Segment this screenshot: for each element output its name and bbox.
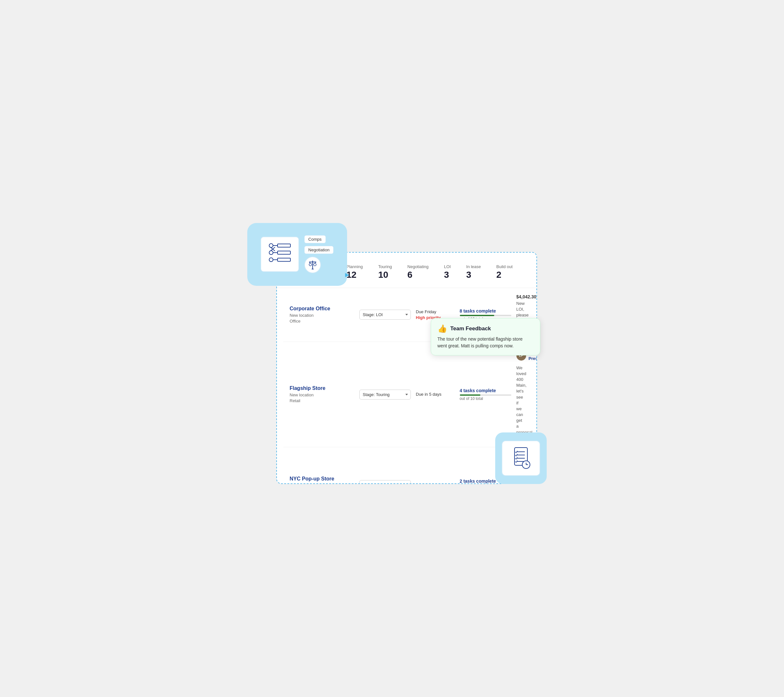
- deal-sub2-0: Office: [290, 318, 354, 324]
- deal-info-1: Flagship Store New location Retail: [290, 385, 354, 404]
- stats-row: Planning 12 Touring 10 Negotiating 6 LOI…: [346, 263, 512, 280]
- stat-planning-label: Planning: [346, 264, 363, 269]
- deal-sub1-1: New location: [290, 392, 354, 398]
- stat-inlease: In lease 3: [466, 264, 481, 280]
- stat-buildout-label: Build out: [496, 264, 513, 269]
- thumbs-up-icon: 👍: [438, 324, 447, 333]
- svg-rect-0: [278, 244, 290, 247]
- stat-loi: LOI 3: [444, 264, 451, 280]
- deal-name-2: NYC Pop-up Store: [290, 476, 354, 482]
- stat-negotiating: Negotiating 6: [407, 264, 428, 280]
- svg-point-4: [269, 251, 273, 254]
- svg-rect-1: [278, 251, 290, 254]
- deal-sub2-1: Retail: [290, 398, 354, 404]
- deal-stage-0[interactable]: Stage: LOI: [359, 310, 411, 320]
- icon-card-pills: Comps Negotiation: [304, 235, 334, 273]
- tasks-complete-1: 4 tasks complete: [460, 388, 511, 393]
- tasks-total-1: out of 10 total: [460, 396, 511, 401]
- deal-sub1-0: New location: [290, 312, 354, 318]
- progress-fill-1: [460, 395, 480, 396]
- deal-name-0: Corporate Office: [290, 306, 354, 312]
- deal-stage-1[interactable]: Stage: Touring: [359, 390, 411, 400]
- stat-touring-value: 10: [378, 270, 388, 280]
- stat-buildout-value: 2: [496, 270, 502, 280]
- feedback-tooltip: 👍 Team Feedback The tour of the new pote…: [431, 318, 540, 355]
- deal-due-2: Due in 10 days: [416, 482, 455, 484]
- svg-rect-2: [278, 258, 290, 261]
- stat-loi-value: 3: [444, 270, 449, 280]
- scene: Comps Negotiation ► Deals: [247, 223, 537, 474]
- progress-fill-0: [460, 315, 494, 316]
- deal-tasks-1: 4 tasks complete out of 10 total: [460, 388, 511, 401]
- deal-activity-1: LP Leah Prescott 1 day ago We loved 400 …: [516, 348, 524, 441]
- stage-select-1[interactable]: Stage: Touring: [359, 390, 411, 400]
- deal-info-2: NYC Pop-up Store New location Retail: [290, 476, 354, 484]
- negotiation-pill: Negotiation: [304, 246, 334, 254]
- stat-touring-label: Touring: [378, 264, 392, 269]
- activity-text-1: We loved 400 Main, let's see if we can g…: [516, 365, 524, 441]
- checklist-card: [495, 433, 547, 484]
- stat-loi-label: LOI: [444, 264, 451, 269]
- deal-name-1: Flagship Store: [290, 385, 354, 391]
- arrow-icon: ►: [344, 271, 351, 279]
- stat-inlease-label: In lease: [466, 264, 481, 269]
- stat-negotiating-value: 6: [407, 270, 412, 280]
- icon-card: Comps Negotiation: [247, 223, 347, 286]
- deal-info-0: Corporate Office New location Office: [290, 306, 354, 324]
- table-row: NYC Pop-up Store New location Retail Sta…: [283, 447, 530, 484]
- deal-sub1-2: New location: [290, 483, 354, 484]
- svg-point-13: [309, 263, 312, 266]
- scale-icon: [304, 256, 321, 273]
- stage-select-0[interactable]: Stage: LOI: [359, 310, 411, 320]
- stat-negotiating-label: Negotiating: [407, 264, 428, 269]
- progress-bar-0: [460, 315, 511, 316]
- deal-due-1: Due in 5 days: [416, 391, 455, 397]
- stat-buildout: Build out 2: [496, 264, 513, 280]
- tasks-complete-0: 8 tasks complete: [460, 308, 511, 314]
- feedback-text: The tour of the new potential flagship s…: [438, 336, 534, 349]
- progress-bar-1: [460, 395, 511, 396]
- svg-point-3: [269, 244, 273, 248]
- comps-pill: Comps: [304, 235, 326, 243]
- stat-touring: Touring 10: [378, 264, 392, 280]
- svg-point-14: [314, 263, 316, 266]
- feedback-title: Team Feedback: [450, 325, 491, 332]
- svg-point-5: [269, 258, 273, 262]
- checklist-icon-box: [502, 441, 540, 476]
- table-row: Flagship Store New location Retail Stage…: [283, 342, 530, 447]
- deal-stage-2[interactable]: Stage: Planning: [359, 480, 411, 484]
- amount-0: $4,042.30: [516, 294, 524, 300]
- stage-select-2[interactable]: Stage: Planning: [359, 480, 411, 484]
- workflow-icon-box: [260, 236, 299, 272]
- feedback-header: 👍 Team Feedback: [438, 324, 534, 333]
- stat-inlease-value: 3: [466, 270, 471, 280]
